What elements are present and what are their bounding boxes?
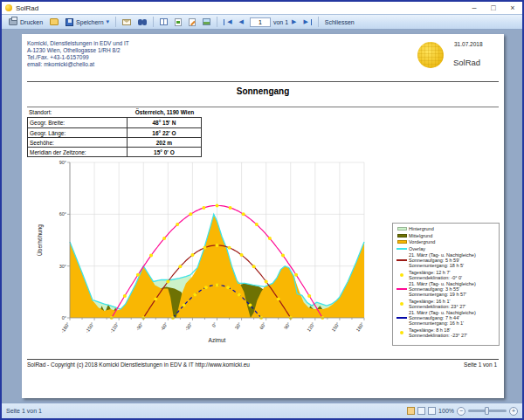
app-sun-icon <box>5 4 12 11</box>
zoom-in-button[interactable]: + <box>509 407 518 416</box>
y-tick-label: 90° <box>59 160 66 165</box>
sun-path-high-hour-marker <box>123 294 127 298</box>
edit-page-icon <box>189 18 196 26</box>
image-icon <box>203 18 210 25</box>
legend-line-icon <box>396 317 407 319</box>
maximize-button[interactable]: □ <box>484 2 503 14</box>
status-bar: Seite 1 von 1 100% − + <box>2 403 522 418</box>
save-button[interactable]: Speichern ▾ <box>62 17 113 27</box>
single-page-view-icon[interactable] <box>407 407 415 415</box>
page-number-input[interactable] <box>250 17 271 27</box>
last-page-bar-icon <box>311 19 312 25</box>
legend-swatch-icon <box>397 234 407 238</box>
search-button[interactable] <box>134 18 150 26</box>
window-title: SolRad <box>16 4 38 12</box>
multi-page-view-icon[interactable] <box>417 407 425 415</box>
toolbar-separator <box>217 17 217 27</box>
report-title: Sonnengang <box>22 86 504 96</box>
sun-path-low-hour-marker <box>238 293 241 296</box>
minimize-button[interactable]: – <box>465 2 484 14</box>
close-button[interactable]: × <box>503 2 522 14</box>
sun-path-high-hour-marker <box>294 273 298 277</box>
company-line: Tel./Fax. +43-1-6157099 <box>27 54 129 61</box>
legend-label: Sonnenuntergang: 16 h 1' <box>409 320 497 326</box>
first-page-button[interactable]: ◀ <box>220 17 235 26</box>
sun-path-mid-hour-marker <box>277 298 280 301</box>
save-label: Speichern <box>76 19 104 25</box>
legend-item: 21. März (Tag- u. Nachtgleiche)Sonnenauf… <box>395 310 497 326</box>
open-button[interactable] <box>46 17 62 26</box>
print-button[interactable]: Drucken <box>5 17 46 26</box>
sun-path-low-hour-marker <box>183 304 186 307</box>
edit-button[interactable] <box>185 17 199 27</box>
x-tick-label: 30° <box>234 321 243 330</box>
columns-icon <box>160 18 168 25</box>
last-page-button[interactable]: ▶ <box>300 17 314 26</box>
legend-line-icon <box>396 248 407 250</box>
x-tick-label: 150° <box>330 321 340 333</box>
report-date: 31.07.2018 <box>454 41 483 47</box>
last-page-icon: ▶ <box>303 18 307 25</box>
export-button[interactable] <box>171 17 185 27</box>
legend-label: Vordergrund <box>409 239 497 244</box>
sun-path-mid-hour-marker <box>265 279 268 283</box>
sun-path-high-hour-marker <box>255 223 259 226</box>
sun-path-mid-hour-marker <box>252 265 256 268</box>
legend-item: Overlay <box>395 246 497 251</box>
y-tick-label: 30° <box>59 264 66 269</box>
footer-page-number: Seite 1 von 1 <box>464 361 497 368</box>
sun-path-high-hour-marker <box>268 237 272 240</box>
email-button[interactable] <box>119 18 134 26</box>
legend-item: Tageslänge: 8 h 18'Sonnendeklination: -2… <box>395 327 497 338</box>
chart-legend: HintergrundMittelgrundVordergrundOverlay… <box>392 223 500 346</box>
sun-path-high-hour-marker <box>149 254 153 258</box>
zoom-slider-thumb[interactable] <box>485 407 489 415</box>
sun-path-mid-hour-marker <box>190 253 194 257</box>
y-tick-label: 60° <box>59 211 66 217</box>
close-preview-label: Schliessen <box>325 19 355 25</box>
x-tick-label: 90° <box>283 321 292 330</box>
legend-dot-icon <box>400 331 403 334</box>
legend-line-icon <box>396 259 407 261</box>
save-dropdown-icon[interactable]: ▾ <box>107 18 110 25</box>
row-value: 202 m <box>128 140 201 146</box>
company-line: Komicki, Dienstleistungen in EDV und IT <box>27 40 129 47</box>
layout-button[interactable] <box>156 17 171 26</box>
table-row: Meridian der Zeitzone: 15° 0' O <box>28 147 201 156</box>
zoom-level-label: 100% <box>438 408 454 414</box>
legend-dot-icon <box>400 273 403 277</box>
legend-label: Sonnenuntergang: 19 h 57' <box>409 292 497 297</box>
next-page-button[interactable]: ▶ <box>288 17 300 26</box>
company-line: A-1230 Wien, Othellogasse 1/RH 8/2 <box>27 47 129 54</box>
sun-path-chart: -180°-150°-120°-90°-60°-30°0°30°60°90°12… <box>34 156 418 353</box>
folder-icon <box>50 18 59 25</box>
x-tick-label: -180° <box>59 321 70 334</box>
sun-path-high-hour-marker <box>136 273 140 277</box>
printer-icon <box>9 18 17 25</box>
x-tick-label: -90° <box>134 321 144 332</box>
prev-page-button[interactable]: ◀ <box>236 17 247 26</box>
footer-divider <box>27 359 499 360</box>
row-label: Meridian der Zeitzone: <box>28 148 128 156</box>
first-page-icon: ◀ <box>227 18 231 25</box>
legend-label: Sonnendeklination: -0° 0' <box>409 275 497 280</box>
sun-path-mid-hour-marker <box>178 265 182 268</box>
close-preview-button[interactable]: Schliessen <box>321 18 358 26</box>
row-value: 16° 22' O <box>128 130 201 136</box>
page-width-view-icon[interactable] <box>428 407 436 415</box>
sun-path-mid-hour-marker <box>228 246 231 250</box>
row-label: Standort: <box>27 109 128 115</box>
status-page-label: Seite 1 von 1 <box>6 408 42 414</box>
print-label: Drucken <box>20 19 43 25</box>
sun-path-high-hour-marker <box>242 212 245 216</box>
zoom-slider[interactable] <box>468 410 507 412</box>
email-icon <box>122 19 131 25</box>
watermark-button[interactable] <box>199 17 214 26</box>
row-label: Geogr. Breite: <box>28 118 128 127</box>
zoom-out-button[interactable]: − <box>457 407 465 416</box>
company-line: email: mkomicki@chello.at <box>27 61 129 68</box>
toolbar: Drucken Speichern ▾ ◀ <box>2 14 522 30</box>
x-axis-label: Azimut <box>209 337 226 343</box>
sun-path-high-hour-marker <box>202 206 205 210</box>
print-preview-area[interactable]: Komicki, Dienstleistungen in EDV und IT … <box>2 31 522 403</box>
